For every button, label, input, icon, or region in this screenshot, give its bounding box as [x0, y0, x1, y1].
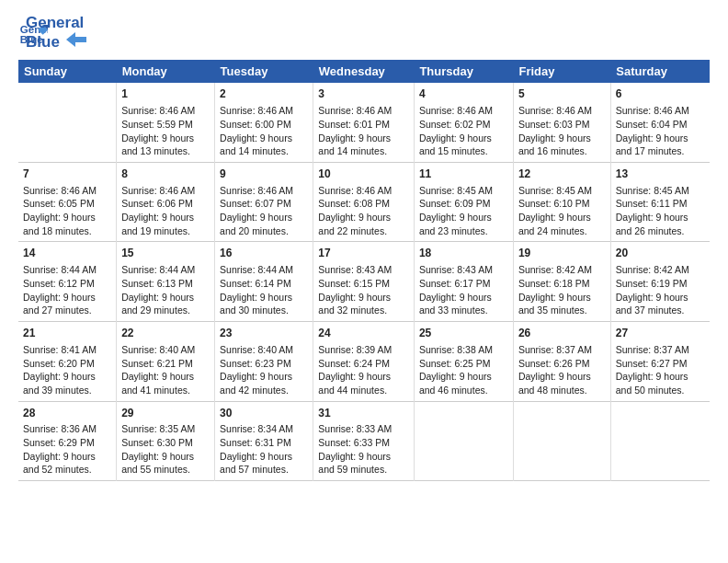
calendar-cell — [414, 401, 513, 481]
day-number: 31 — [318, 406, 409, 421]
calendar-cell: 10Sunrise: 8:46 AM Sunset: 6:08 PM Dayli… — [313, 162, 415, 242]
day-info: Sunrise: 8:35 AM Sunset: 6:30 PM Dayligh… — [121, 422, 210, 477]
logo-arrow-icon — [66, 32, 86, 47]
week-row-1: 1Sunrise: 8:46 AM Sunset: 5:59 PM Daylig… — [18, 83, 710, 162]
day-number: 14 — [23, 246, 111, 261]
calendar-cell: 6Sunrise: 8:46 AM Sunset: 6:04 PM Daylig… — [610, 83, 710, 162]
calendar-cell: 15Sunrise: 8:44 AM Sunset: 6:13 PM Dayli… — [117, 242, 215, 322]
day-number: 15 — [121, 246, 210, 261]
logo-blue: Blue — [26, 32, 86, 52]
svg-marker-4 — [66, 32, 86, 47]
day-info: Sunrise: 8:44 AM Sunset: 6:14 PM Dayligh… — [220, 263, 308, 317]
day-info: Sunrise: 8:34 AM Sunset: 6:31 PM Dayligh… — [220, 422, 308, 477]
day-info: Sunrise: 8:43 AM Sunset: 6:15 PM Dayligh… — [318, 263, 409, 317]
day-number: 22 — [121, 326, 210, 341]
calendar-cell: 29Sunrise: 8:35 AM Sunset: 6:30 PM Dayli… — [117, 401, 215, 481]
day-number: 12 — [518, 167, 606, 182]
day-info: Sunrise: 8:46 AM Sunset: 6:04 PM Dayligh… — [616, 104, 705, 158]
week-row-4: 21Sunrise: 8:41 AM Sunset: 6:20 PM Dayli… — [18, 322, 710, 402]
day-info: Sunrise: 8:46 AM Sunset: 6:08 PM Dayligh… — [318, 184, 409, 238]
weekday-header-thursday: Thursday — [414, 60, 513, 83]
day-info: Sunrise: 8:46 AM Sunset: 6:00 PM Dayligh… — [220, 104, 308, 158]
day-info: Sunrise: 8:46 AM Sunset: 6:06 PM Dayligh… — [121, 184, 210, 238]
calendar-header: SundayMondayTuesdayWednesdayThursdayFrid… — [18, 60, 710, 83]
calendar-cell: 7Sunrise: 8:46 AM Sunset: 6:05 PM Daylig… — [18, 162, 117, 242]
day-number: 6 — [616, 86, 705, 102]
logo: General Blue General Blue — [18, 15, 86, 51]
day-number: 11 — [419, 167, 508, 182]
day-info: Sunrise: 8:46 AM Sunset: 6:05 PM Dayligh… — [23, 184, 111, 238]
day-number: 13 — [616, 167, 705, 182]
calendar-cell: 3Sunrise: 8:46 AM Sunset: 6:01 PM Daylig… — [313, 83, 415, 162]
calendar-cell: 8Sunrise: 8:46 AM Sunset: 6:06 PM Daylig… — [117, 162, 215, 242]
day-number: 23 — [220, 326, 308, 341]
day-number: 30 — [220, 406, 308, 421]
calendar-cell — [513, 401, 610, 481]
weekday-header-wednesday: Wednesday — [313, 60, 415, 83]
day-info: Sunrise: 8:46 AM Sunset: 6:03 PM Dayligh… — [518, 104, 606, 158]
day-info: Sunrise: 8:45 AM Sunset: 6:11 PM Dayligh… — [616, 184, 705, 238]
day-number: 19 — [518, 246, 606, 261]
calendar-cell: 20Sunrise: 8:42 AM Sunset: 6:19 PM Dayli… — [610, 242, 710, 322]
day-info: Sunrise: 8:44 AM Sunset: 6:12 PM Dayligh… — [23, 263, 111, 317]
day-number: 7 — [23, 167, 111, 182]
day-number: 16 — [220, 246, 308, 261]
day-info: Sunrise: 8:46 AM Sunset: 6:07 PM Dayligh… — [220, 184, 308, 238]
day-info: Sunrise: 8:36 AM Sunset: 6:29 PM Dayligh… — [23, 422, 111, 477]
day-number: 20 — [616, 246, 705, 261]
calendar-cell: 30Sunrise: 8:34 AM Sunset: 6:31 PM Dayli… — [215, 401, 313, 481]
day-info: Sunrise: 8:42 AM Sunset: 6:19 PM Dayligh… — [616, 263, 705, 317]
calendar-cell: 21Sunrise: 8:41 AM Sunset: 6:20 PM Dayli… — [18, 322, 117, 402]
calendar-cell — [18, 83, 117, 162]
day-info: Sunrise: 8:45 AM Sunset: 6:09 PM Dayligh… — [419, 184, 508, 238]
calendar-cell: 4Sunrise: 8:46 AM Sunset: 6:02 PM Daylig… — [414, 83, 513, 162]
calendar-cell: 22Sunrise: 8:40 AM Sunset: 6:21 PM Dayli… — [117, 322, 215, 402]
day-number: 9 — [220, 167, 308, 182]
weekday-header-friday: Friday — [513, 60, 610, 83]
week-row-3: 14Sunrise: 8:44 AM Sunset: 6:12 PM Dayli… — [18, 242, 710, 322]
day-info: Sunrise: 8:37 AM Sunset: 6:27 PM Dayligh… — [616, 343, 705, 397]
calendar-cell: 1Sunrise: 8:46 AM Sunset: 5:59 PM Daylig… — [117, 83, 215, 162]
day-number: 29 — [121, 406, 210, 421]
weekday-header-saturday: Saturday — [610, 60, 710, 83]
calendar-cell: 26Sunrise: 8:37 AM Sunset: 6:26 PM Dayli… — [513, 322, 610, 402]
day-info: Sunrise: 8:38 AM Sunset: 6:25 PM Dayligh… — [419, 343, 508, 397]
day-info: Sunrise: 8:46 AM Sunset: 5:59 PM Dayligh… — [121, 104, 210, 158]
weekday-header-tuesday: Tuesday — [215, 60, 313, 83]
calendar-cell: 16Sunrise: 8:44 AM Sunset: 6:14 PM Dayli… — [215, 242, 313, 322]
day-number: 4 — [419, 86, 508, 102]
day-info: Sunrise: 8:46 AM Sunset: 6:02 PM Dayligh… — [419, 104, 508, 158]
weekday-header-sunday: Sunday — [18, 60, 117, 83]
day-info: Sunrise: 8:45 AM Sunset: 6:10 PM Dayligh… — [518, 184, 606, 238]
calendar-body: 1Sunrise: 8:46 AM Sunset: 5:59 PM Daylig… — [18, 83, 710, 480]
calendar-cell: 23Sunrise: 8:40 AM Sunset: 6:23 PM Dayli… — [215, 322, 313, 402]
calendar-cell: 27Sunrise: 8:37 AM Sunset: 6:27 PM Dayli… — [610, 322, 710, 402]
day-number: 28 — [23, 406, 111, 421]
day-info: Sunrise: 8:43 AM Sunset: 6:17 PM Dayligh… — [419, 263, 508, 317]
day-info: Sunrise: 8:44 AM Sunset: 6:13 PM Dayligh… — [121, 263, 210, 317]
day-info: Sunrise: 8:33 AM Sunset: 6:33 PM Dayligh… — [318, 422, 409, 477]
day-info: Sunrise: 8:40 AM Sunset: 6:23 PM Dayligh… — [220, 343, 308, 397]
day-info: Sunrise: 8:40 AM Sunset: 6:21 PM Dayligh… — [121, 343, 210, 397]
calendar-cell: 12Sunrise: 8:45 AM Sunset: 6:10 PM Dayli… — [513, 162, 610, 242]
calendar-cell: 24Sunrise: 8:39 AM Sunset: 6:24 PM Dayli… — [313, 322, 415, 402]
calendar-cell: 31Sunrise: 8:33 AM Sunset: 6:33 PM Dayli… — [313, 401, 415, 481]
day-number: 8 — [121, 167, 210, 182]
day-number: 17 — [318, 246, 409, 261]
day-number: 1 — [121, 86, 210, 102]
calendar-cell: 14Sunrise: 8:44 AM Sunset: 6:12 PM Dayli… — [18, 242, 117, 322]
calendar-cell — [610, 401, 710, 481]
calendar-cell: 28Sunrise: 8:36 AM Sunset: 6:29 PM Dayli… — [18, 401, 117, 481]
day-number: 26 — [518, 326, 606, 341]
day-info: Sunrise: 8:41 AM Sunset: 6:20 PM Dayligh… — [23, 343, 111, 397]
calendar-cell: 18Sunrise: 8:43 AM Sunset: 6:17 PM Dayli… — [414, 242, 513, 322]
calendar-cell: 5Sunrise: 8:46 AM Sunset: 6:03 PM Daylig… — [513, 83, 610, 162]
calendar-cell: 25Sunrise: 8:38 AM Sunset: 6:25 PM Dayli… — [414, 322, 513, 402]
calendar-cell: 2Sunrise: 8:46 AM Sunset: 6:00 PM Daylig… — [215, 83, 313, 162]
week-row-2: 7Sunrise: 8:46 AM Sunset: 6:05 PM Daylig… — [18, 162, 710, 242]
day-number: 24 — [318, 326, 409, 341]
day-info: Sunrise: 8:39 AM Sunset: 6:24 PM Dayligh… — [318, 343, 409, 397]
day-number: 3 — [318, 86, 409, 102]
day-number: 5 — [518, 86, 606, 102]
day-number: 18 — [419, 246, 508, 261]
